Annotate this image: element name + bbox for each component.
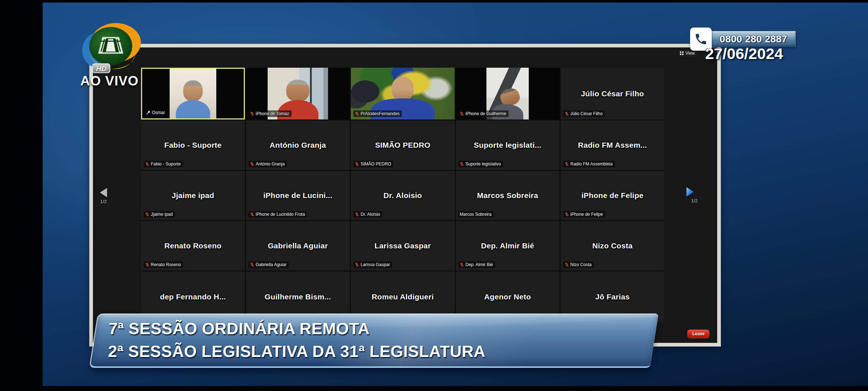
participant-name: iPhone de Lucini... xyxy=(246,191,350,200)
participant-name: Marcos Sobreira xyxy=(456,191,559,200)
participant-label-chip: iPhone de Guilherme xyxy=(458,110,509,117)
participant-label-text: Marcos Sobreira xyxy=(460,212,492,217)
participant-name: Larissa Gaspar xyxy=(351,241,455,250)
meeting-window: View Osmar xyxy=(89,44,721,346)
participant-tile[interactable]: Júlio César Filho Júlio César Filho xyxy=(561,68,664,119)
participant-tile[interactable]: Dr. Aloisio Dr. Aloísio xyxy=(351,171,455,220)
participant-tile[interactable]: Radio FM Assem... Radio FM Assembleia xyxy=(561,121,664,170)
participant-name: iPhone de Felipe xyxy=(561,191,664,200)
left-black-bar xyxy=(0,0,43,391)
view-button-label: View xyxy=(685,51,695,56)
mic-muted-icon xyxy=(250,162,254,166)
broadcast-date: 27/06/2024 xyxy=(705,45,783,63)
participant-tile[interactable]: iPhone de Felipe iPhone de Felipe xyxy=(561,171,664,220)
participant-label-chip: Júlio César Filho xyxy=(563,110,605,117)
participant-tile[interactable]: António Granja António Granja xyxy=(246,121,350,170)
participant-label-text: Gabriella Aguiar xyxy=(256,262,286,267)
mic-muted-icon xyxy=(460,112,464,116)
participant-name: Júlio César Filho xyxy=(561,89,664,98)
participant-tile[interactable]: Suporte legislati... Suporte legislativo xyxy=(456,121,559,170)
mic-muted-icon xyxy=(565,112,569,116)
participant-tile[interactable]: PrAlcidesFernandes xyxy=(351,68,455,119)
participant-name: Agenor Neto xyxy=(456,293,559,301)
lower-third-text: 7ª SESSÃO ORDINÁRIA REMOTA 2ª SESSÃO LEG… xyxy=(94,314,655,366)
participant-label-chip: Larissa Gaspar xyxy=(353,261,392,268)
participant-tile[interactable]: Nizo Costa Nizo Costa xyxy=(561,221,664,270)
participant-name: Guilherme Bism... xyxy=(246,293,350,301)
mic-muted-icon xyxy=(250,212,254,216)
participant-label-text: Dr. Aloísio xyxy=(361,212,380,217)
participant-label-text: iPhone de Guilherme xyxy=(465,111,506,116)
participant-label-chip: PrAlcidesFernandes xyxy=(353,110,402,117)
participant-tile[interactable]: Renato Roseno Renato Roseno xyxy=(141,221,245,270)
view-button[interactable]: View xyxy=(678,50,697,57)
mic-muted-icon xyxy=(565,212,569,216)
participants-grid: Osmar iPhone de Tomaz xyxy=(141,68,664,322)
participant-label-text: iPhone de Felipe xyxy=(570,212,603,217)
participant-label-chip: Renato Roseno xyxy=(144,261,183,268)
next-arrow-icon[interactable] xyxy=(686,187,694,197)
participant-label-chip: Gabriella Aguiar xyxy=(248,261,289,268)
participant-tile[interactable]: SIMÃO PEDRO SIMÃO PEDRO xyxy=(351,121,455,170)
next-page-control[interactable]: 1/2 xyxy=(686,187,703,203)
participant-label-text: SIMÃO PEDRO xyxy=(361,161,391,167)
participant-tile[interactable]: Fabio - Suporte Fabio - Suporte xyxy=(141,121,245,170)
participant-tile[interactable]: Jjaime ipad Jjaime ipad xyxy=(141,171,245,220)
participant-tile[interactable]: Dep. Almir Bié Dep. Almir Bié xyxy=(456,221,559,270)
page-indicator-right: 1/2 xyxy=(686,198,703,203)
participant-tile[interactable]: Marcos Sobreira Marcos Sobreira xyxy=(456,171,559,220)
session-title-line2: 2ª SESSÃO LEGISLATIVA DA 31ª LEGISLATURA xyxy=(108,340,654,363)
participant-tile[interactable]: Osmar xyxy=(141,68,245,119)
participant-name: Jô Farias xyxy=(561,293,664,301)
participant-name: Nizo Costa xyxy=(561,241,664,250)
participant-name: Romeu Aldigueri xyxy=(351,293,455,301)
mic-muted-icon xyxy=(355,112,359,116)
participant-label-text: iPhone de Tomaz xyxy=(256,111,289,116)
participant-label-text: Larissa Gaspar xyxy=(361,262,390,267)
participant-label-text: Dep. Almir Bié xyxy=(465,262,493,267)
top-black-bar xyxy=(0,0,868,3)
participant-label-text: iPhone de Lucinildo Frota xyxy=(256,212,305,217)
participant-name: Dr. Aloisio xyxy=(351,191,455,200)
mic-muted-icon xyxy=(145,262,149,267)
participant-label-text: Jjaime ipad xyxy=(151,212,173,217)
participant-label-text: Fabio - Suporte xyxy=(151,161,181,167)
previous-page-control[interactable]: 1/2 xyxy=(95,188,112,204)
mic-muted-icon xyxy=(250,262,254,267)
mic-muted-icon xyxy=(355,162,359,166)
participant-name: Jjaime ipad xyxy=(141,191,245,200)
prev-arrow-icon[interactable] xyxy=(100,188,107,197)
screen: { "branding": { "hd_badge": "HD", "live_… xyxy=(0,0,868,391)
participant-tile[interactable]: Gabriella Aguiar Gabriella Aguiar xyxy=(246,221,350,270)
lower-third-banner: 7ª SESSÃO ORDINÁRIA REMOTA 2ª SESSÃO LEG… xyxy=(90,314,659,368)
grid-icon xyxy=(680,51,684,55)
participant-name: Fabio - Suporte xyxy=(141,141,245,150)
participant-label-text: António Granja xyxy=(256,161,285,167)
participant-label-chip: iPhone de Lucinildo Frota xyxy=(248,211,307,218)
pin-icon xyxy=(146,110,150,115)
participant-tile[interactable]: iPhone de Lucini... iPhone de Lucinildo … xyxy=(246,171,350,220)
participant-label-chip: Dep. Almir Bié xyxy=(458,261,495,268)
participant-name: SIMÃO PEDRO xyxy=(351,141,455,150)
participant-label-text: Nizo Costa xyxy=(570,262,592,267)
participant-tile[interactable]: Larissa Gaspar Larissa Gaspar xyxy=(351,221,455,270)
participant-label-text: Júlio César Filho xyxy=(570,111,603,116)
participant-tile[interactable]: iPhone de Guilherme xyxy=(456,68,559,119)
participant-tile[interactable]: iPhone de Tomaz xyxy=(246,68,350,119)
participant-label-chip: SIMÃO PEDRO xyxy=(353,161,393,167)
ao-vivo-label: AO VIVO xyxy=(80,73,139,89)
participant-label-text: Radio FM Assembleia xyxy=(570,161,613,167)
leave-button[interactable]: Leave xyxy=(688,330,709,338)
participant-label-chip: Jjaime ipad xyxy=(144,211,175,218)
participant-label-chip: Marcos Sobreira xyxy=(458,211,494,218)
participant-label-chip: Nizo Costa xyxy=(563,261,594,268)
participant-label-chip: Dr. Aloísio xyxy=(353,211,382,218)
mic-muted-icon xyxy=(565,262,569,267)
mic-muted-icon xyxy=(565,162,569,166)
participant-figure xyxy=(176,79,210,118)
mic-muted-icon xyxy=(145,212,149,216)
participant-name: Renato Roseno xyxy=(141,241,245,250)
participant-name: Suporte legislati... xyxy=(456,141,559,150)
mic-muted-icon xyxy=(145,162,149,166)
hd-badge: HD xyxy=(92,63,110,73)
